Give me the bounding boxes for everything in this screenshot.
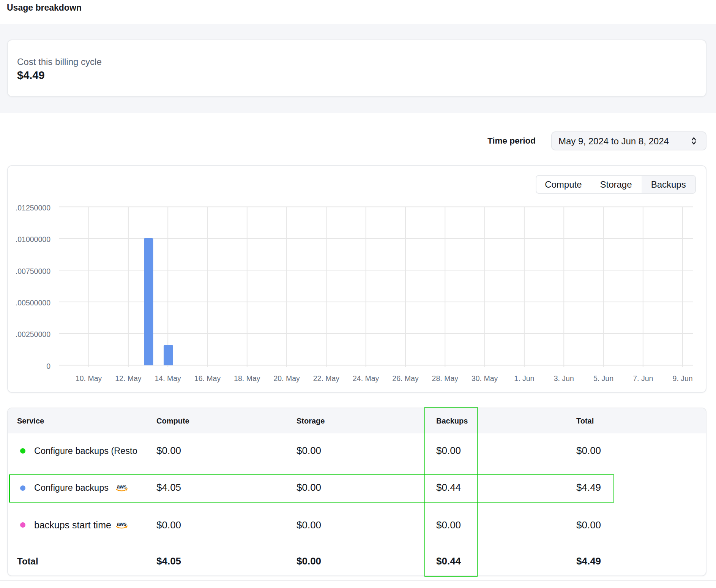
svg-text:aws: aws (117, 520, 127, 526)
